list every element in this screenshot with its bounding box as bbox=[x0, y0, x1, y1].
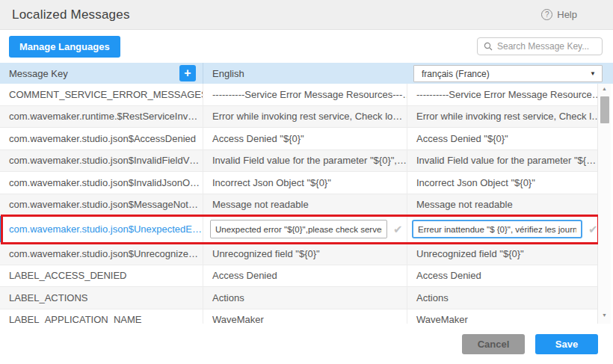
scroll-up-icon[interactable]: ▲ bbox=[602, 85, 607, 94]
cell-english-editing: ✔ bbox=[203, 216, 407, 242]
cell-message-key[interactable]: com.wavemaker.studio.json$AccessDenied bbox=[0, 128, 203, 149]
table-rows: COMMENT_SERVICE_ERROR_MESSAGES ---------… bbox=[0, 84, 598, 324]
cell-french[interactable]: WaveMaker bbox=[407, 309, 598, 324]
plus-icon: + bbox=[184, 67, 191, 79]
dialog-footer: Cancel Save bbox=[0, 324, 613, 364]
table-row[interactable]: LABEL_APPLICATION_NAME WaveMaker WaveMak… bbox=[0, 309, 598, 324]
cell-french[interactable]: Incorrect Json Object "${0}" bbox=[407, 172, 598, 194]
scrollbar-thumb[interactable] bbox=[600, 96, 609, 123]
cell-french[interactable]: Actions bbox=[407, 287, 598, 309]
help-label: Help bbox=[557, 9, 577, 20]
add-language-button[interactable]: + bbox=[179, 65, 196, 81]
table-row[interactable]: com.wavemaker.runtime.$RestServiceInv… E… bbox=[0, 106, 598, 129]
french-edit-input[interactable] bbox=[412, 220, 582, 238]
search-icon bbox=[484, 42, 493, 51]
cell-english[interactable]: Unrecognized field "${0}" bbox=[203, 243, 407, 265]
cell-french-editing: ✔ bbox=[407, 216, 598, 242]
cell-french[interactable]: ----------Service Error Message Resource… bbox=[407, 84, 598, 105]
table-row[interactable]: COMMENT_SERVICE_ERROR_MESSAGES ---------… bbox=[0, 84, 598, 106]
confirm-check-icon[interactable]: ✔ bbox=[588, 223, 598, 235]
cell-english[interactable]: Actions bbox=[203, 287, 407, 309]
cancel-button[interactable]: Cancel bbox=[462, 334, 525, 354]
scroll-down-icon[interactable]: ▼ bbox=[602, 312, 607, 321]
language-select-value: français (France) bbox=[422, 69, 490, 79]
search-box[interactable] bbox=[477, 37, 603, 55]
cell-message-key[interactable]: com.wavemaker.studio.json$InvalidFieldV… bbox=[0, 150, 203, 172]
cell-english[interactable]: Message not readable bbox=[203, 194, 407, 216]
table-row-editing[interactable]: com.wavemaker.studio.json$UnexpectedE… ✔… bbox=[0, 216, 598, 243]
cell-message-key-selected[interactable]: com.wavemaker.studio.json$UnexpectedE… bbox=[0, 216, 203, 242]
cell-english[interactable]: Access Denied "${0}" bbox=[203, 128, 407, 149]
table-header: Message Key + English français (France) … bbox=[0, 63, 613, 84]
cell-message-key[interactable]: com.wavemaker.runtime.$RestServiceInv… bbox=[0, 106, 203, 128]
cell-english[interactable]: Incorrect Json Object "${0}" bbox=[203, 172, 407, 194]
cell-english[interactable]: WaveMaker bbox=[203, 309, 407, 324]
selected-row-indicator bbox=[0, 216, 2, 242]
cell-message-key[interactable]: com.wavemaker.studio.json$Unrecognize… bbox=[0, 243, 203, 265]
table-row[interactable]: LABEL_ACTIONS Actions Actions bbox=[0, 287, 598, 309]
page-title: Localized Messages bbox=[12, 7, 130, 22]
message-key-column-label: Message Key bbox=[9, 68, 68, 79]
language-select[interactable]: français (France) ▼ bbox=[413, 65, 603, 82]
cell-message-key[interactable]: LABEL_ACCESS_DENIED bbox=[0, 265, 203, 287]
localized-messages-dialog: Localized Messages ? Help Manage Languag… bbox=[0, 0, 613, 364]
cell-english[interactable]: Invalid Field value for the parameter "$… bbox=[203, 150, 407, 172]
cell-french[interactable]: Message not readable bbox=[407, 194, 598, 216]
english-edit-input[interactable] bbox=[210, 220, 387, 238]
cell-french[interactable]: Unrecognized field "${0}" bbox=[407, 243, 598, 265]
column-header-english: English bbox=[203, 63, 407, 84]
table-body: COMMENT_SERVICE_ERROR_MESSAGES ---------… bbox=[0, 84, 613, 324]
cell-english[interactable]: Access Denied bbox=[203, 265, 407, 287]
cell-french[interactable]: Access Denied "${0}" bbox=[407, 128, 598, 149]
cell-french[interactable]: Access Denied bbox=[407, 265, 598, 287]
table-row[interactable]: LABEL_ACCESS_DENIED Access Denied Access… bbox=[0, 265, 598, 288]
cell-message-key[interactable]: LABEL_ACTIONS bbox=[0, 287, 203, 309]
cell-english[interactable]: ----------Service Error Message Resource… bbox=[203, 84, 407, 105]
table-row[interactable]: com.wavemaker.studio.json$InvalidJsonO… … bbox=[0, 172, 598, 194]
vertical-scrollbar[interactable]: ▲ ▼ bbox=[597, 84, 611, 324]
english-column-label: English bbox=[212, 68, 244, 79]
column-header-message-key: Message Key + bbox=[0, 63, 203, 84]
search-input[interactable] bbox=[497, 41, 596, 52]
toolbar: Manage Languages bbox=[0, 30, 613, 63]
cell-message-key[interactable]: com.wavemaker.studio.json$MessageNot… bbox=[0, 194, 203, 216]
table-row[interactable]: com.wavemaker.studio.json$MessageNot… Me… bbox=[0, 194, 598, 217]
confirm-check-icon[interactable]: ✔ bbox=[393, 223, 403, 235]
table-row[interactable]: com.wavemaker.studio.json$Unrecognize… U… bbox=[0, 243, 598, 265]
help-icon: ? bbox=[541, 9, 552, 20]
cell-message-key[interactable]: LABEL_APPLICATION_NAME bbox=[0, 309, 203, 324]
help-button[interactable]: ? Help bbox=[541, 9, 577, 20]
manage-languages-button[interactable]: Manage Languages bbox=[9, 36, 120, 58]
dialog-header: Localized Messages ? Help bbox=[0, 0, 613, 30]
cell-message-key[interactable]: COMMENT_SERVICE_ERROR_MESSAGES bbox=[0, 84, 203, 105]
cell-french[interactable]: Error while invoking rest service, Check… bbox=[407, 106, 598, 128]
caret-down-icon: ▼ bbox=[590, 70, 596, 77]
table-row[interactable]: com.wavemaker.studio.json$AccessDenied A… bbox=[0, 128, 598, 150]
table-row[interactable]: com.wavemaker.studio.json$InvalidFieldV…… bbox=[0, 150, 598, 173]
save-button[interactable]: Save bbox=[535, 334, 598, 354]
cell-english[interactable]: Error while invoking rest service, Check… bbox=[203, 106, 407, 128]
cell-message-key[interactable]: com.wavemaker.studio.json$InvalidJsonO… bbox=[0, 172, 203, 194]
cell-french[interactable]: Invalid Field value for the parameter "$… bbox=[407, 150, 598, 172]
